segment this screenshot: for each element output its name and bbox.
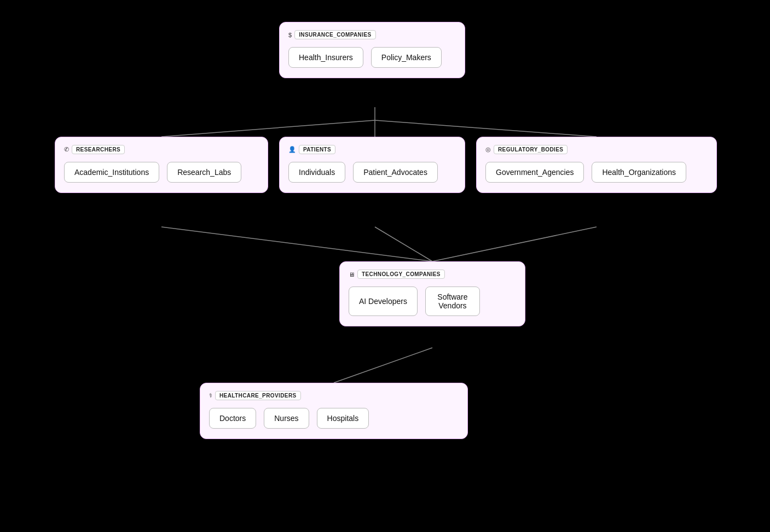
child-ai-developers[interactable]: AI Developers <box>349 287 418 316</box>
researchers-label: RESEARCHERS <box>72 145 125 154</box>
insurance-label: INSURANCE_COMPANIES <box>294 30 375 39</box>
child-health-insurers[interactable]: Health_Insurers <box>288 47 363 68</box>
insurance-icon: $ <box>288 32 292 38</box>
group-insurance-header: $ INSURANCE_COMPANIES <box>288 30 456 39</box>
child-govt-agencies[interactable]: Government_Agencies <box>485 162 584 183</box>
regulatory-label: REGULATORY_BODIES <box>494 145 568 154</box>
group-patients: 👤 PATIENTS Individuals Patient_Advocates <box>279 137 465 193</box>
patients-children: Individuals Patient_Advocates <box>288 162 456 183</box>
child-nurses[interactable]: Nurses <box>264 408 309 429</box>
child-doctors[interactable]: Doctors <box>209 408 256 429</box>
technology-icon: 🖥 <box>349 271 355 278</box>
svg-line-4 <box>375 227 432 261</box>
diagram-canvas: $ INSURANCE_COMPANIES Health_Insurers Po… <box>0 0 770 532</box>
child-hospitals[interactable]: Hospitals <box>317 408 369 429</box>
regulatory-children: Government_Agencies Health_Organizations <box>485 162 708 183</box>
group-patients-header: 👤 PATIENTS <box>288 145 456 154</box>
group-healthcare: ⚕ HEALTHCARE_PROVIDERS Doctors Nurses Ho… <box>200 383 468 439</box>
healthcare-label: HEALTHCARE_PROVIDERS <box>215 391 301 400</box>
group-insurance: $ INSURANCE_COMPANIES Health_Insurers Po… <box>279 22 465 78</box>
technology-children: AI Developers Software Vendors <box>349 287 516 316</box>
patients-icon: 👤 <box>288 146 296 153</box>
healthcare-icon: ⚕ <box>209 392 212 399</box>
child-patient-advocates[interactable]: Patient_Advocates <box>353 162 438 183</box>
patients-label: PATIENTS <box>299 145 335 154</box>
group-regulatory-header: ◎ REGULATORY_BODIES <box>485 145 708 154</box>
researchers-children: Academic_Institutions Research_Labs <box>64 162 259 183</box>
child-individuals[interactable]: Individuals <box>288 162 345 183</box>
child-health-orgs[interactable]: Health_Organizations <box>592 162 686 183</box>
technology-label: TECHNOLOGY_COMPANIES <box>357 270 445 279</box>
group-healthcare-header: ⚕ HEALTHCARE_PROVIDERS <box>209 391 459 400</box>
group-technology: 🖥 TECHNOLOGY_COMPANIES AI Developers Sof… <box>339 261 525 326</box>
child-academic[interactable]: Academic_Institutions <box>64 162 159 183</box>
group-researchers-header: ✆ RESEARCHERS <box>64 145 259 154</box>
healthcare-children: Doctors Nurses Hospitals <box>209 408 459 429</box>
svg-line-2 <box>375 120 597 137</box>
regulatory-icon: ◎ <box>485 146 491 153</box>
svg-line-3 <box>161 227 432 261</box>
svg-line-1 <box>161 120 375 137</box>
group-regulatory: ◎ REGULATORY_BODIES Government_Agencies … <box>476 137 717 193</box>
child-research-labs[interactable]: Research_Labs <box>167 162 241 183</box>
child-policy-makers[interactable]: Policy_Makers <box>371 47 442 68</box>
insurance-children: Health_Insurers Policy_Makers <box>288 47 456 68</box>
group-researchers: ✆ RESEARCHERS Academic_Institutions Rese… <box>55 137 268 193</box>
researchers-icon: ✆ <box>64 146 69 153</box>
child-software-vendors[interactable]: Software Vendors <box>425 287 480 316</box>
group-technology-header: 🖥 TECHNOLOGY_COMPANIES <box>349 270 516 279</box>
svg-line-6 <box>334 348 432 383</box>
svg-line-5 <box>432 227 597 261</box>
